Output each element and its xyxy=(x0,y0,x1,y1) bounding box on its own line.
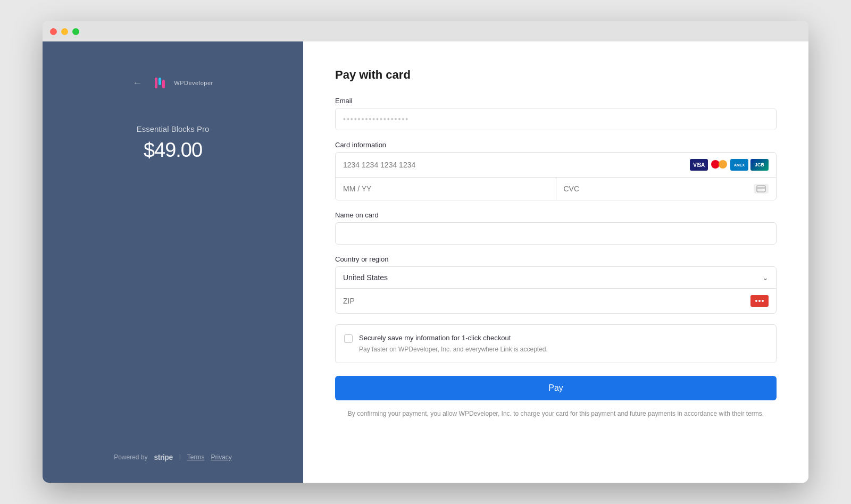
save-info-row: Securely save my information for 1-click… xyxy=(344,333,767,354)
logo-row: ← WPDeveloper xyxy=(132,73,213,93)
product-price: $49.00 xyxy=(137,139,210,162)
left-top: ← WPDeveloper Essential Blocks Pro $49.0… xyxy=(64,73,282,162)
save-info-title: Securely save my information for 1-click… xyxy=(359,333,767,343)
zip-input[interactable] xyxy=(343,297,750,305)
name-label: Name on card xyxy=(335,211,777,219)
email-input[interactable] xyxy=(335,108,777,130)
save-info-text: Securely save my information for 1-click… xyxy=(359,333,767,354)
browser-titlebar xyxy=(43,21,808,41)
save-info-desc: Pay faster on WPDeveloper, Inc. and ever… xyxy=(359,345,767,354)
svg-rect-5 xyxy=(757,187,765,189)
maximize-button[interactable] xyxy=(72,28,79,35)
svg-rect-1 xyxy=(155,78,157,88)
country-select-value: United States xyxy=(343,273,762,282)
terms-link[interactable]: Terms xyxy=(187,453,205,461)
wpdeveloper-logo-icon xyxy=(149,73,169,93)
privacy-link[interactable]: Privacy xyxy=(211,453,231,461)
expiry-cvc-row xyxy=(336,178,776,200)
card-info-label: Card information xyxy=(335,141,777,149)
logo-text: WPDeveloper xyxy=(174,80,213,86)
back-arrow-icon[interactable]: ← xyxy=(132,78,142,89)
zip-row xyxy=(336,289,776,313)
minimize-button[interactable] xyxy=(61,28,68,35)
email-group: Email xyxy=(335,97,777,130)
name-group: Name on card xyxy=(335,211,777,245)
cvc-card-icon xyxy=(754,184,769,194)
card-number-row: VISA AMEX JCB xyxy=(336,153,776,178)
form-title: Pay with card xyxy=(335,68,777,82)
country-label: Country or region xyxy=(335,255,777,263)
left-panel: ← WPDeveloper Essential Blocks Pro $49.0… xyxy=(43,41,303,483)
chevron-down-icon: ⌄ xyxy=(762,273,769,282)
close-button[interactable] xyxy=(50,28,57,35)
mastercard-icon xyxy=(710,159,728,171)
footer-divider: | xyxy=(179,453,181,461)
browser-content: ← WPDeveloper Essential Blocks Pro $49.0… xyxy=(43,41,808,483)
save-info-checkbox[interactable] xyxy=(344,334,353,343)
payment-terms: By confirming your payment, you allow WP… xyxy=(335,409,777,418)
product-name: Essential Blocks Pro xyxy=(137,124,210,133)
expiry-input[interactable] xyxy=(336,178,556,200)
cvc-input[interactable] xyxy=(564,184,754,193)
country-group: Country or region United States ⌄ xyxy=(335,255,777,314)
email-label: Email xyxy=(335,97,777,105)
svg-rect-3 xyxy=(162,80,165,88)
pay-button[interactable]: Pay xyxy=(335,376,777,400)
card-icons: VISA AMEX JCB xyxy=(690,159,769,171)
card-info-block: VISA AMEX JCB xyxy=(335,152,777,200)
left-footer: Powered by stripe | Terms Privacy xyxy=(114,453,232,461)
name-input[interactable] xyxy=(335,222,777,245)
card-number-input[interactable] xyxy=(343,161,690,169)
save-info-block: Securely save my information for 1-click… xyxy=(335,324,777,363)
cvc-row xyxy=(556,178,777,200)
product-info: Essential Blocks Pro $49.00 xyxy=(137,124,210,162)
country-select-row[interactable]: United States ⌄ xyxy=(336,267,776,289)
jcb-icon: JCB xyxy=(750,159,769,171)
country-region-block: United States ⌄ xyxy=(335,266,777,314)
right-panel: Pay with card Email Card information VIS… xyxy=(303,41,808,483)
visa-icon: VISA xyxy=(690,159,708,171)
stripe-logo: stripe xyxy=(154,453,173,461)
zip-icon xyxy=(750,295,769,307)
browser-window: ← WPDeveloper Essential Blocks Pro $49.0… xyxy=(43,21,808,483)
amex-icon: AMEX xyxy=(730,159,748,171)
card-info-group: Card information VISA AMEX JCB xyxy=(335,141,777,200)
powered-by-label: Powered by xyxy=(114,453,147,461)
svg-rect-2 xyxy=(158,78,161,85)
